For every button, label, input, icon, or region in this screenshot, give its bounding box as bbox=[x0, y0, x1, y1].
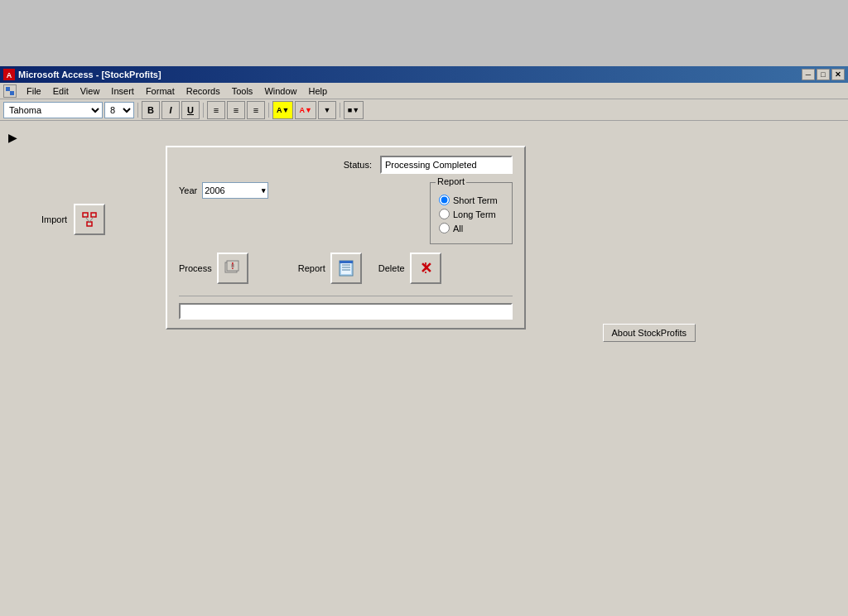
italic-button[interactable]: I bbox=[161, 101, 180, 119]
status-row: Status: Processing Completed bbox=[179, 156, 513, 174]
year-select[interactable]: 2004 2005 2006 2007 bbox=[202, 182, 268, 199]
menu-tools[interactable]: Tools bbox=[227, 84, 258, 98]
status-value: Processing Completed bbox=[385, 160, 477, 170]
year-label: Year bbox=[179, 185, 197, 195]
title-bar: A Microsoft Access - [StockProfits] ─ □ … bbox=[0, 66, 848, 83]
align-center-button[interactable]: ≡ bbox=[227, 101, 245, 119]
svg-rect-3 bbox=[6, 87, 10, 91]
year-report-row: Year 2004 2005 2006 2007 ▼ Report bbox=[179, 182, 513, 244]
radio-all: All bbox=[439, 223, 504, 233]
import-label: Import bbox=[41, 214, 67, 224]
report-button[interactable] bbox=[330, 253, 362, 284]
main-area: ▶ Import Status: Processing Completed bbox=[0, 121, 848, 616]
svg-rect-5 bbox=[83, 213, 88, 217]
radio-short-term-input[interactable] bbox=[439, 195, 450, 205]
svg-rect-6 bbox=[91, 213, 96, 217]
radio-all-input[interactable] bbox=[439, 223, 450, 233]
radio-long-term-label: Long Term bbox=[453, 209, 496, 219]
font-color-button[interactable]: A▼ bbox=[295, 101, 316, 119]
svg-line-8 bbox=[85, 217, 89, 222]
special-button[interactable]: ■▼ bbox=[344, 101, 364, 119]
progress-bar-container bbox=[179, 303, 513, 320]
year-group: Year 2004 2005 2006 2007 ▼ bbox=[179, 182, 268, 199]
menu-format[interactable]: Format bbox=[141, 84, 180, 98]
underline-button[interactable]: U bbox=[181, 101, 200, 119]
svg-rect-16 bbox=[341, 262, 351, 274]
menu-bar: File Edit View Insert Format Records Too… bbox=[0, 83, 848, 99]
process-button[interactable]: ! bbox=[217, 253, 248, 284]
report-group-label: Report bbox=[436, 176, 466, 186]
process-label: Process bbox=[179, 263, 212, 273]
report-label: Report bbox=[298, 263, 325, 273]
toolbar-separator-4 bbox=[340, 103, 340, 118]
radio-long-term: Long Term bbox=[439, 209, 504, 219]
align-left-button[interactable]: ≡ bbox=[207, 101, 225, 119]
close-button[interactable]: ✕ bbox=[831, 69, 845, 80]
toolbar: Tahoma 8 B I U ≡ ≡ ≡ A▼ A▼ ▼ ■▼ bbox=[0, 99, 848, 121]
app-icon: A bbox=[3, 69, 15, 80]
status-label: Status: bbox=[344, 160, 372, 170]
menu-file[interactable]: File bbox=[22, 84, 46, 98]
border-button[interactable]: ▼ bbox=[318, 101, 336, 119]
toolbar-separator-3 bbox=[268, 103, 269, 118]
menu-records[interactable]: Records bbox=[181, 84, 225, 98]
restore-button[interactable]: □ bbox=[817, 69, 830, 80]
highlight-button[interactable]: A▼ bbox=[272, 101, 293, 119]
form-panel: Status: Processing Completed Year 2004 2… bbox=[166, 146, 526, 330]
menu-help[interactable]: Help bbox=[304, 84, 333, 98]
toolbar-separator-1 bbox=[137, 103, 138, 118]
menu-window[interactable]: Window bbox=[259, 84, 301, 98]
title-text: Microsoft Access - [StockProfits] bbox=[18, 70, 161, 79]
process-group: Process ! bbox=[179, 253, 248, 284]
record-arrow: ▶ bbox=[8, 131, 17, 144]
svg-rect-7 bbox=[87, 222, 92, 226]
minimize-button[interactable]: ─ bbox=[802, 69, 815, 80]
radio-short-term: Short Term bbox=[439, 195, 504, 205]
font-name-select[interactable]: Tahoma bbox=[3, 102, 103, 118]
menu-edit[interactable]: Edit bbox=[48, 84, 74, 98]
about-button[interactable]: About StockProfits bbox=[603, 324, 696, 342]
report-group: Report Short Term Long Term All bbox=[430, 182, 513, 244]
menu-view[interactable]: View bbox=[75, 84, 105, 98]
report-button-group: Report bbox=[298, 253, 362, 284]
align-right-button[interactable]: ≡ bbox=[247, 101, 265, 119]
bold-button[interactable]: B bbox=[142, 101, 160, 119]
radio-long-term-input[interactable] bbox=[439, 209, 450, 219]
year-select-wrapper: 2004 2005 2006 2007 ▼ bbox=[202, 182, 268, 199]
svg-text:A: A bbox=[7, 71, 12, 79]
svg-rect-4 bbox=[10, 91, 14, 95]
svg-text:!: ! bbox=[423, 260, 427, 277]
font-size-select[interactable]: 8 bbox=[104, 102, 134, 118]
delete-group: Delete ✕ ! bbox=[378, 253, 441, 284]
import-button[interactable] bbox=[74, 204, 105, 235]
access-menu-icon bbox=[3, 84, 17, 98]
delete-button[interactable]: ✕ ! bbox=[410, 253, 441, 284]
import-group: Import bbox=[41, 204, 105, 235]
toolbar-separator-2 bbox=[203, 103, 204, 118]
menu-insert[interactable]: Insert bbox=[106, 84, 139, 98]
buttons-row: Process ! Report bbox=[179, 253, 513, 284]
svg-line-9 bbox=[89, 217, 94, 222]
progress-area bbox=[179, 296, 513, 328]
radio-all-label: All bbox=[453, 224, 463, 233]
form-container: Status: Processing Completed Year 2004 2… bbox=[166, 146, 526, 330]
svg-rect-20 bbox=[340, 261, 353, 263]
status-field: Processing Completed bbox=[380, 156, 513, 174]
radio-short-term-label: Short Term bbox=[453, 195, 498, 205]
delete-label: Delete bbox=[378, 263, 405, 273]
